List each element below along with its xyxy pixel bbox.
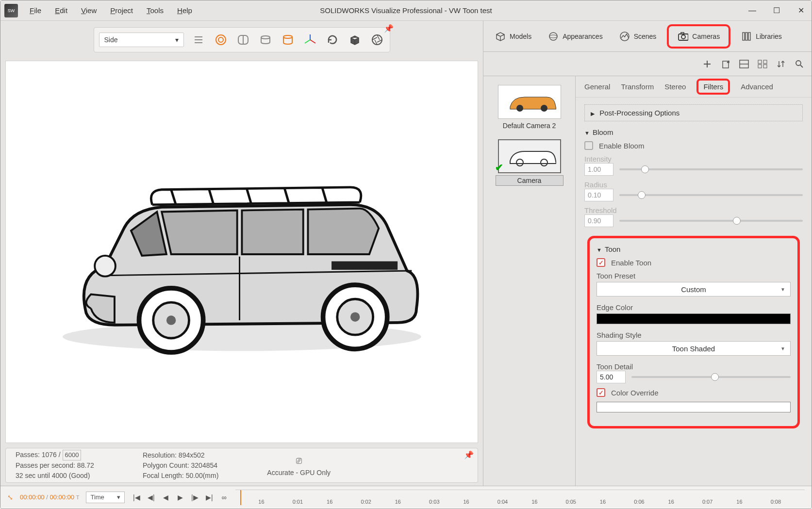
bloom-header[interactable]: ▼Bloom [584,128,803,136]
menu-edit[interactable]: Edit [55,6,67,15]
pin-icon[interactable]: 📌 [464,450,474,460]
passes-target-input[interactable]: 6000 [63,450,82,460]
radius-input[interactable]: 0.10 [584,189,613,201]
timeline-ruler[interactable]: 16 0:01 16 0:02 16 0:03 16 0:04 16 0:05 … [235,490,805,505]
cylinder-icon[interactable] [280,32,296,48]
svg-point-28 [681,35,685,39]
intensity-slider[interactable] [619,168,803,170]
palette-scenes[interactable]: Scenes [613,28,663,45]
render-preview [30,118,454,385]
svg-rect-16 [331,261,398,269]
timeline: ⤡ 00:00:00 / 00:00:00 T Time▾ |◀ ◀| ◀ ▶ … [0,486,812,508]
enable-bloom-label: Enable Bloom [599,142,644,150]
minimize-button[interactable]: — [745,4,760,17]
loop-button[interactable]: ∞ [219,493,229,502]
palette-cameras[interactable]: Cameras [667,24,730,49]
intensity-input[interactable]: 1.00 [584,163,613,176]
check-icon: ✔ [495,162,503,173]
status-mode-col: ⎚ Accurate - GPU Only [267,453,331,478]
goto-end-button[interactable]: ▶| [204,493,214,502]
close-button[interactable]: ✕ [793,4,809,17]
edge-color-label: Edge Color [597,303,791,312]
step-back-button[interactable]: ◀| [146,493,156,502]
svg-rect-2 [195,42,202,43]
svg-point-24 [549,33,557,40]
aperture-icon[interactable] [369,32,385,48]
toon-preset-select[interactable]: Custom▼ [597,282,791,296]
svg-rect-38 [758,60,762,64]
sort-icon[interactable] [776,59,786,69]
axis-icon[interactable] [302,32,318,48]
svg-point-23 [95,256,116,277]
enable-toon-checkbox[interactable] [597,258,605,267]
threshold-slider[interactable] [619,220,803,222]
tab-transform[interactable]: Transform [621,82,654,91]
enable-bloom-checkbox[interactable] [584,141,593,150]
cube-icon[interactable] [347,32,363,48]
brain-icon[interactable] [235,32,251,48]
post-processing-header[interactable]: ▶ Post-Processing Options [584,104,803,121]
camera-item-default[interactable]: Default Camera 2 [496,85,563,131]
target-icon[interactable] [213,32,229,48]
chevron-down-icon: ▾ [175,36,179,44]
toon-preset-label: Toon Preset [597,272,791,280]
layout-icon[interactable] [739,59,749,69]
properties-pane: Models Appearances Scenes Cameras Librar… [483,21,812,486]
svg-rect-1 [195,39,202,40]
svg-point-22 [350,312,360,321]
step-forward-button[interactable]: |▶ [190,493,199,502]
camera-list: Default Camera 2 ✔ Camera [483,76,576,486]
search-icon[interactable] [794,59,805,69]
play-button[interactable]: ▶ [175,493,185,502]
refresh-icon[interactable] [325,32,340,48]
radius-label: Radius [584,181,803,189]
override-color-swatch[interactable] [597,402,791,412]
toon-header[interactable]: ▼Toon [597,245,791,253]
palette-models[interactable]: Models [489,28,537,45]
maximize-button[interactable]: ☐ [769,4,784,17]
threshold-input[interactable]: 0.90 [584,214,613,227]
export-icon[interactable] [720,59,731,69]
tab-stereo[interactable]: Stereo [664,82,686,91]
playhead[interactable] [240,490,241,505]
tab-advanced[interactable]: Advanced [741,82,773,91]
menu-project[interactable]: Project [110,6,133,15]
grid-icon[interactable] [757,59,768,69]
color-override-checkbox[interactable] [597,388,605,397]
shading-style-select[interactable]: Toon Shaded▼ [597,341,791,356]
chevron-right-icon: ▶ [591,111,595,116]
tab-filters[interactable]: Filters [696,79,730,95]
palette-libraries[interactable]: Libraries [735,28,788,45]
chevron-down-icon: ▼ [597,247,602,253]
goto-start-button[interactable]: |◀ [132,493,141,502]
tab-general[interactable]: General [584,82,610,91]
timeline-unit-select[interactable]: Time▾ [86,492,125,503]
enable-toon-label: Enable Toon [611,259,651,267]
status-bar: 📌 Passes: 1076 / 6000 Passes per second:… [5,448,478,483]
status-render-col: Resolution: 894x502 Polygon Count: 32048… [143,450,218,481]
view-select[interactable]: Side ▾ [99,33,184,47]
viewport[interactable] [5,61,478,443]
camera-item-camera[interactable]: ✔ Camera [496,139,563,186]
add-icon[interactable] [702,59,713,69]
list-toggle-icon[interactable] [191,32,206,48]
timeline-expand-icon[interactable]: ⤡ [7,493,13,501]
menu-view[interactable]: View [81,6,97,15]
svg-rect-31 [746,33,747,40]
play-reverse-button[interactable]: ◀ [161,493,170,502]
pin-icon[interactable]: 📌 [384,24,394,33]
menu-help[interactable]: Help [177,6,192,15]
rotate-cylinder-icon[interactable] [258,32,273,48]
toon-detail-input[interactable]: 5.00 [597,371,626,383]
palette-appearances[interactable]: Appearances [542,28,609,45]
radius-slider[interactable] [619,194,803,196]
palette-nav: Models Appearances Scenes Cameras Librar… [483,21,812,52]
svg-point-19 [166,315,175,325]
menu-file[interactable]: File [30,6,41,15]
toon-detail-slider[interactable] [631,376,791,378]
menu-tools[interactable]: Tools [147,6,164,15]
svg-line-10 [310,40,315,43]
app-title: SOLIDWORKS Visualize Professional - VW T… [320,6,492,15]
edge-color-swatch[interactable] [597,313,791,324]
camera-thumbnail [498,85,561,119]
